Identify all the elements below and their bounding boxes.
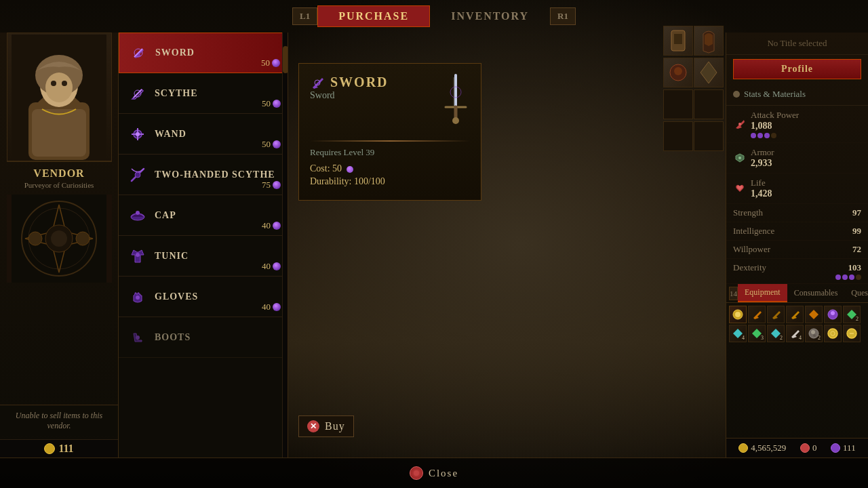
buy-button[interactable]: ✕ Buy [298, 415, 354, 437]
svg-point-7 [51, 81, 56, 86]
grid-item[interactable]: 4 [786, 325, 804, 342]
dex-dot1 [835, 274, 841, 280]
vendor-panel: VENDOR Purveyor of Curiosities [0, 33, 119, 458]
item-list-panel[interactable]: SWORD 50 SCYTHE 50 [119, 33, 288, 458]
life-icon [733, 182, 747, 195]
svg-point-38 [738, 123, 741, 125]
equip-slot-empty[interactable] [694, 121, 724, 151]
equip-slot-empty[interactable] [663, 89, 693, 119]
list-item[interactable]: TWO-HANDED SCYTHE 75 [119, 155, 288, 195]
equip-slot-item[interactable] [663, 26, 693, 56]
vendor-badge-img [7, 195, 112, 283]
equip-slot-item[interactable] [694, 26, 724, 56]
grid-item[interactable] [824, 306, 842, 323]
list-item[interactable]: SWORD 50 [119, 33, 288, 73]
right-equip-column [694, 26, 724, 151]
grid-item[interactable]: 2 [767, 325, 785, 342]
grid-item[interactable] [729, 306, 747, 323]
svg-point-27 [136, 211, 140, 215]
wand-icon [125, 122, 149, 146]
list-item[interactable]: CAP 40 [119, 195, 288, 236]
list-item[interactable]: SCYTHE 50 [119, 73, 288, 114]
grid-item[interactable]: 3 [748, 325, 766, 342]
list-item[interactable]: TUNIC 40 [119, 236, 288, 277]
svg-point-45 [811, 330, 815, 334]
intelligence-label: Intelligence [733, 226, 774, 237]
r1-tag[interactable]: R1 [550, 7, 576, 25]
cost-gem-icon [272, 59, 280, 67]
dex-dot4 [856, 274, 861, 280]
item-name-cap: CAP [155, 210, 281, 221]
inventory-tab[interactable]: INVENTORY [430, 5, 550, 27]
attack-power-label: Attack Power [751, 110, 861, 121]
svg-point-15 [76, 232, 90, 245]
profile-button[interactable]: Profile [733, 59, 861, 79]
list-item[interactable]: BOOTS [119, 317, 288, 358]
svg-point-25 [135, 172, 140, 178]
red-currency-group: 0 [800, 443, 817, 453]
grid-item[interactable] [824, 325, 842, 342]
grid-item[interactable]: 2 [843, 306, 861, 323]
life-row: Life 1,428 [726, 174, 868, 204]
willpower-row: Willpower 72 [726, 241, 868, 259]
list-item[interactable]: GLOVES 40 [119, 277, 288, 317]
center-panel: 5 SWORD Sword [288, 33, 726, 458]
item-cost-sword: 50 [261, 58, 280, 68]
item-name-scythe: SCYTHE [155, 88, 281, 99]
ap-dot1 [751, 133, 756, 138]
tab-consumables[interactable]: Consumables [787, 285, 845, 302]
tooltip-durability: Durability: 100/100 [310, 176, 470, 187]
l1-tag[interactable]: L1 [292, 7, 317, 25]
grid-item[interactable] [805, 306, 823, 323]
item-name-sword: SWORD [155, 47, 280, 58]
strength-value: 97 [852, 207, 861, 218]
armor-icon [733, 151, 747, 165]
svg-point-41 [735, 312, 741, 317]
gloves-icon [125, 285, 149, 308]
dexterity-label: Dexterity [733, 262, 766, 280]
item-cost-wand: 50 [262, 139, 281, 150]
tooltip-weapon-svg [439, 72, 473, 126]
stats-materials-label: Stats & Materials [744, 89, 806, 100]
grid-item[interactable]: 2 [805, 325, 823, 342]
equip-tab-left-num: 14 [729, 287, 738, 300]
top-nav: L1 PURCHASE INVENTORY R1 [0, 0, 868, 33]
red-amount: 0 [812, 443, 817, 453]
grid-item[interactable] [786, 306, 804, 323]
vendor-currency-display: 111 [0, 439, 118, 458]
item-cost-scythe: 50 [262, 98, 281, 109]
strength-row: Strength 97 [726, 204, 868, 222]
willpower-value: 72 [852, 244, 861, 255]
tab-equipment[interactable]: Equipment [738, 284, 787, 302]
dex-dot2 [842, 274, 848, 280]
equip-slot-empty[interactable] [694, 89, 724, 119]
list-item[interactable]: WAND 50 [119, 114, 288, 155]
gold-currency-group: 4,565,529 [738, 443, 786, 453]
content-row: VENDOR Purveyor of Curiosities [0, 33, 868, 458]
attack-power-row: Attack Power 1,088 [726, 106, 868, 143]
item-tooltip: SWORD Sword [298, 63, 481, 201]
stats-materials-section[interactable]: Stats & Materials [726, 83, 868, 106]
gold-icon-vendor [44, 443, 55, 454]
equip-slot-item[interactable] [663, 58, 693, 87]
item-name-wand: WAND [155, 129, 281, 140]
life-label: Life [751, 178, 861, 188]
equip-slot-item[interactable] [694, 58, 724, 87]
purchase-tab[interactable]: PURCHASE [317, 5, 430, 27]
grid-item[interactable] [748, 306, 766, 323]
item-cost-gloves: 40 [262, 302, 281, 312]
svg-point-28 [136, 253, 140, 257]
item-name-2h-scythe: TWO-HANDED SCYTHE [155, 169, 281, 180]
item-cost-cap: 40 [262, 220, 281, 231]
tooltip-sword-small-icon [310, 75, 325, 90]
tab-quest[interactable]: Quest [844, 285, 868, 302]
grid-item[interactable] [843, 325, 861, 342]
item-name-tunic: TUNIC [155, 251, 281, 262]
vendor-seal-svg [12, 195, 106, 283]
close-button[interactable]: Close [399, 464, 469, 483]
equip-slot-empty[interactable] [663, 121, 693, 151]
grid-item[interactable] [767, 306, 785, 323]
grid-item[interactable]: 4 [729, 325, 747, 342]
intelligence-value: 99 [852, 226, 861, 237]
vendor-currency-amount: 111 [58, 443, 73, 455]
